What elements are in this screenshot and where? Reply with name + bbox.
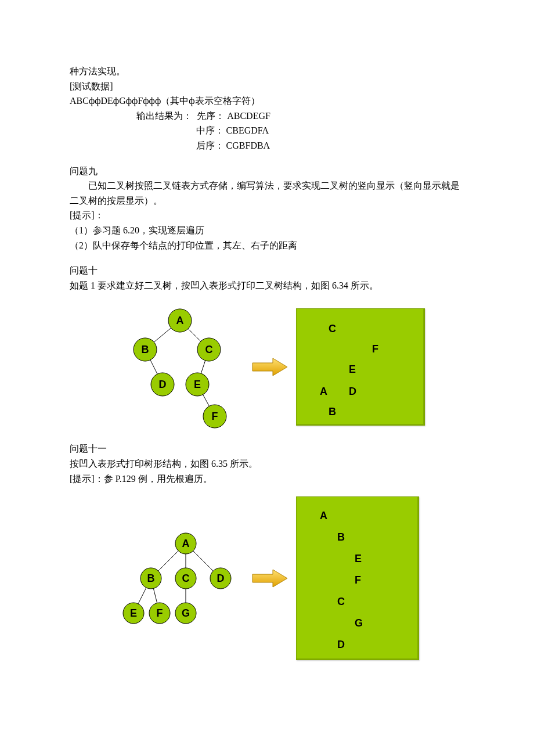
svg-text:A: A bbox=[182, 538, 190, 549]
arrow-icon bbox=[250, 567, 290, 590]
tree-node-a: A bbox=[168, 309, 192, 332]
q9-body: 已知二叉树按照二叉链表方式存储，编写算法，要求实现二叉树的竖向显示（竖向显示就是… bbox=[70, 178, 464, 208]
tree-node-e: E bbox=[186, 373, 209, 396]
svg-text:B: B bbox=[147, 573, 155, 584]
svg-text:E: E bbox=[130, 607, 137, 619]
panel-text: A bbox=[320, 507, 327, 524]
tree-node-b: B bbox=[134, 338, 157, 361]
q11-tree-diagram: A B C D E F G bbox=[116, 526, 244, 631]
svg-text:D: D bbox=[159, 379, 167, 390]
q11-figure: A B C D E F G A B E F C G D bbox=[116, 496, 464, 660]
panel-text: B bbox=[329, 404, 336, 420]
svg-text:F: F bbox=[212, 411, 218, 422]
panel-text: B bbox=[337, 529, 345, 546]
tree-node-a: A bbox=[175, 533, 196, 554]
svg-text:C: C bbox=[182, 573, 190, 584]
tree-node-b: B bbox=[140, 568, 161, 589]
tree-node-d: D bbox=[210, 568, 231, 589]
q9-hint1: （1）参习题 6.20，实现逐层遍历 bbox=[70, 223, 464, 238]
panel-text: D bbox=[349, 383, 356, 400]
tree-node-e: E bbox=[123, 603, 144, 624]
panel-text: D bbox=[337, 636, 345, 653]
svg-marker-17 bbox=[252, 358, 287, 376]
q11-body: 按凹入表形式打印树形结构，如图 6.35 所示。 bbox=[70, 456, 464, 471]
panel-text: C bbox=[337, 593, 345, 610]
tree-node-d: D bbox=[151, 373, 174, 396]
panel-text: E bbox=[349, 361, 356, 378]
q11-hint: [提示]：参 P.129 例，用先根遍历。 bbox=[70, 471, 464, 487]
test-data-input: ABCффDEфGффFффф（其中ф表示空格字符） bbox=[70, 93, 464, 109]
arrow-icon bbox=[250, 355, 290, 379]
q10-body: 如题 1 要求建立好二叉树，按凹入表形式打印二叉树结构，如图 6.34 所示。 bbox=[70, 278, 464, 293]
inorder-label: 中序： bbox=[196, 125, 224, 135]
q9-hint2: （2）队中保存每个结点的打印位置，其左、右子的距离 bbox=[70, 238, 464, 253]
tree-node-f: F bbox=[149, 603, 170, 624]
svg-text:A: A bbox=[176, 315, 184, 326]
preorder-value: ABCDEGF bbox=[227, 111, 270, 121]
test-data-label: [测试数据] bbox=[70, 79, 464, 94]
svg-text:E: E bbox=[194, 379, 201, 390]
inorder-value: CBEGDFA bbox=[226, 125, 269, 135]
svg-text:C: C bbox=[205, 344, 213, 355]
tree-node-f: F bbox=[203, 405, 226, 428]
q10-figure: A B C D E F C F E A D B bbox=[104, 303, 464, 431]
postorder-label: 后序： bbox=[196, 141, 224, 150]
svg-text:D: D bbox=[217, 573, 225, 584]
tree-node-c: C bbox=[175, 568, 196, 589]
postorder-value: CGBFDBA bbox=[226, 141, 270, 150]
q11-output-panel: A B E F C G D bbox=[296, 496, 419, 660]
q9-hint-label: [提示]： bbox=[70, 208, 464, 223]
svg-text:B: B bbox=[142, 344, 149, 355]
panel-text: C bbox=[329, 321, 336, 337]
intro-line1: 种方法实现。 bbox=[70, 64, 464, 79]
panel-text: A bbox=[320, 383, 327, 400]
panel-text: E bbox=[355, 550, 362, 567]
panel-text: F bbox=[372, 341, 378, 358]
tree-node-g: G bbox=[175, 603, 196, 624]
svg-marker-38 bbox=[252, 570, 287, 587]
q10-output-panel: C F E A D B bbox=[296, 308, 425, 426]
output-label: 输出结果为： bbox=[136, 111, 192, 121]
panel-text: G bbox=[355, 615, 363, 632]
q11-title: 问题十一 bbox=[70, 441, 464, 456]
preorder-label: 先序： bbox=[197, 111, 225, 121]
svg-text:G: G bbox=[182, 607, 190, 619]
q10-title: 问题十 bbox=[70, 263, 464, 278]
q10-tree-diagram: A B C D E F bbox=[104, 303, 244, 431]
tree-node-c: C bbox=[197, 338, 221, 361]
svg-text:F: F bbox=[157, 607, 163, 619]
q9-title: 问题九 bbox=[70, 164, 464, 179]
panel-text: F bbox=[355, 572, 361, 589]
